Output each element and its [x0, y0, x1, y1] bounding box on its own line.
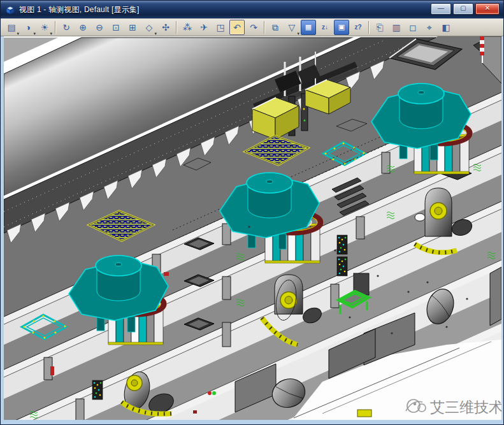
bottle-rack-2 — [337, 257, 347, 276]
view-display-mode-button[interactable]: ◑▾ — [20, 20, 36, 35]
axonometric-scene: 艾三维技术 — [4, 36, 501, 420]
fit-view-button[interactable]: ⊞ — [125, 20, 140, 35]
view-groups-button[interactable]: ▥ — [389, 20, 404, 35]
dropdown-caret-icon[interactable]: ▾ — [50, 31, 52, 36]
set-view-display-depth-button[interactable]: z↓ — [317, 20, 333, 35]
title-bar[interactable]: 视图 1 - 轴测视图, Default [显示集] — ▢ ✕ — [1, 1, 503, 18]
navigate-view-button[interactable]: ◳ — [213, 20, 228, 35]
copy-view-button[interactable]: ⧉ — [268, 20, 283, 35]
view-attributes-button[interactable]: ▤▾ — [4, 20, 19, 35]
zoom-in-button[interactable]: ⊕ — [75, 20, 90, 35]
bottle-rack-1 — [337, 235, 347, 254]
dropdown-caret-icon[interactable]: ▾ — [33, 31, 36, 36]
watermark-text: 艾三维技术 — [430, 399, 501, 415]
dropdown-caret-icon[interactable]: ▾ — [154, 31, 157, 36]
window-area-button[interactable]: ⊡ — [108, 20, 124, 35]
dropdown-caret-icon[interactable]: ▾ — [17, 31, 19, 36]
toolbar-separator — [55, 21, 56, 34]
rotate-view-button[interactable]: ◇▾ — [141, 20, 157, 35]
toolbar-separator — [368, 21, 370, 34]
pan-view-button[interactable]: ✣ — [158, 20, 173, 35]
look-at-cube-button[interactable]: ⌖ — [422, 20, 437, 35]
saved-view-apply-button[interactable]: ⎗ — [372, 20, 387, 35]
toolbar-separator — [176, 21, 177, 34]
clip-volume-button[interactable]: ▽▾ — [284, 20, 299, 35]
view-cube-icon — [5, 5, 15, 15]
adjust-view-brightness-button[interactable]: ☀▾ — [37, 20, 52, 35]
close-button[interactable]: ✕ — [475, 3, 500, 15]
view-window: 视图 1 - 轴测视图, Default [显示集] — ▢ ✕ ▤▾◑▾☀▾↻… — [0, 0, 504, 425]
update-view-button[interactable]: ↻ — [59, 20, 74, 35]
show-display-depth-button[interactable]: ▣ — [334, 20, 349, 35]
query-depth-button[interactable]: z? — [350, 20, 366, 35]
render-cube-button[interactable]: ◧ — [438, 20, 454, 35]
view-toolbar: ▤▾◑▾☀▾↻⊕⊖⊡⊞◇▾✣⁂✈◳↶↷⧉▽▾▦z↓▣z?⎗▥◻⌖◧ — [1, 18, 503, 36]
restore-button[interactable]: ▢ — [453, 3, 473, 15]
toolbar-separator — [264, 21, 265, 34]
view-previous-button[interactable]: ↶ — [229, 20, 245, 35]
minimize-button[interactable]: — — [431, 3, 451, 15]
window-title: 视图 1 - 轴测视图, Default [显示集] — [19, 4, 140, 15]
walk-button[interactable]: ⁂ — [180, 20, 195, 35]
view-canvas[interactable]: 艾三维技术 — [4, 36, 501, 420]
view-next-button[interactable]: ↷ — [246, 20, 261, 35]
fly-button[interactable]: ✈ — [196, 20, 212, 35]
zoom-out-button[interactable]: ⊖ — [92, 20, 107, 35]
clip-mask-button[interactable]: ▦ — [301, 20, 316, 35]
define-cube-button[interactable]: ◻ — [405, 20, 421, 35]
bottle-rack-3 — [92, 380, 103, 400]
dropdown-caret-icon[interactable]: ▾ — [297, 31, 299, 36]
